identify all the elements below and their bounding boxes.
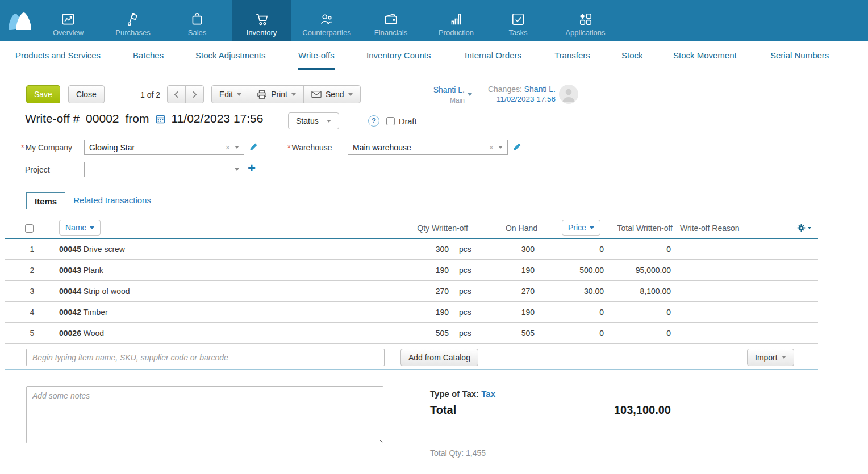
subnav-stock-movement[interactable]: Stock Movement — [673, 41, 737, 70]
row-price: 0 — [599, 302, 604, 322]
tax-type-link[interactable]: Tax — [481, 389, 495, 399]
chevron-down-icon[interactable] — [235, 168, 239, 171]
nav-sales[interactable]: Sales — [180, 0, 214, 41]
draft-checkbox[interactable] — [386, 117, 395, 125]
nav-purchases[interactable]: Purchases — [107, 0, 158, 41]
status-dropdown[interactable]: Status — [288, 112, 339, 129]
subnav-stock-adjustments[interactable]: Stock Adjustments — [195, 41, 265, 70]
table-row[interactable]: 4 00042 Timber 190 pcs 190 0 0 — [5, 302, 818, 323]
select-all-checkbox[interactable] — [25, 224, 34, 233]
name-column-sort[interactable]: Name — [59, 220, 101, 236]
nav-label: Purchases — [115, 28, 150, 37]
send-button[interactable]: Send — [303, 85, 361, 103]
next-button[interactable] — [185, 85, 204, 103]
envelope-icon — [311, 90, 322, 98]
items-table-header: Name Qty Written-off On Hand Price Total… — [5, 218, 818, 239]
nav-inventory[interactable]: Inventory — [232, 0, 291, 41]
app-logo[interactable] — [7, 9, 33, 35]
row-on-hand: 190 — [521, 302, 535, 322]
notes-textarea[interactable] — [26, 386, 383, 443]
subnav-stock[interactable]: Stock — [621, 41, 643, 70]
changes-label: Changes: — [488, 85, 522, 94]
cart-icon — [254, 12, 269, 27]
chevron-down-icon[interactable] — [468, 93, 472, 96]
nav-tasks[interactable]: Tasks — [501, 0, 535, 41]
table-row[interactable]: 5 00026 Wood 505 pcs 505 0 0 — [5, 323, 818, 344]
total-header: Total Written-off — [617, 218, 673, 239]
document-datetime[interactable]: 11/02/2023 17:56 — [172, 112, 264, 125]
cloud-logo-icon — [7, 9, 33, 33]
table-row[interactable]: 2 00043 Plank 190 pcs 190 500.00 95,000.… — [5, 260, 818, 281]
subnav-serial-numbers[interactable]: Serial Numbers — [770, 41, 829, 70]
tab-items[interactable]: Items — [26, 192, 65, 209]
line-chart-icon — [61, 12, 76, 27]
row-number: 4 — [5, 302, 59, 322]
nav-production[interactable]: Production — [431, 0, 482, 41]
import-button[interactable]: Import — [747, 349, 794, 366]
clear-icon[interactable]: × — [226, 143, 230, 152]
table-row[interactable]: 3 00044 Strip of wood 270 pcs 270 30.00 … — [5, 281, 818, 302]
total-label: Total — [430, 404, 456, 417]
subnav-internal-orders[interactable]: Internal Orders — [465, 41, 521, 70]
row-product-name: Wood — [84, 329, 104, 338]
my-company-select[interactable]: Glowing Star × — [84, 140, 244, 155]
row-total: 0 — [666, 323, 671, 343]
tab-related-transactions[interactable]: Related transactions — [65, 192, 159, 209]
warehouse-select[interactable]: Main warehouse × — [348, 140, 508, 155]
nav-label: Production — [439, 28, 474, 37]
send-label: Send — [326, 90, 344, 99]
nav-label: Counterparties — [302, 28, 350, 37]
avatar[interactable] — [559, 85, 578, 106]
chevron-down-icon[interactable] — [498, 146, 503, 149]
add-item-input[interactable] — [26, 349, 385, 366]
nav-counterparties[interactable]: Counterparties — [293, 0, 361, 41]
row-on-hand: 190 — [521, 260, 535, 280]
table-row[interactable]: 1 00045 Drive screw 300 pcs 300 0 0 — [5, 239, 818, 260]
changes-user[interactable]: Shanti L. — [524, 85, 556, 94]
row-price: 0 — [599, 239, 604, 259]
close-button[interactable]: Close — [68, 85, 105, 103]
row-unit: pcs — [459, 281, 471, 301]
title-text: Write-off # — [25, 112, 80, 125]
subnav-products-and-services[interactable]: Products and Services — [15, 41, 101, 70]
subnav-inventory-counts[interactable]: Inventory Counts — [366, 41, 431, 70]
nav-overview[interactable]: Overview — [45, 0, 91, 41]
row-sku: 00044 — [59, 287, 81, 296]
detail-tabs: Items Related transactions — [26, 192, 159, 209]
subnav-transfers[interactable]: Transfers — [554, 41, 590, 70]
subnav-batches[interactable]: Batches — [133, 41, 164, 70]
nav-label: Overview — [53, 28, 84, 37]
add-project-icon[interactable]: + — [248, 160, 256, 176]
chevron-down-icon — [291, 93, 296, 96]
price-column-sort[interactable]: Price — [562, 220, 600, 236]
row-number: 2 — [5, 260, 59, 280]
changes-datetime[interactable]: 11/02/2023 17:56 — [496, 95, 556, 103]
status-label: Status — [296, 116, 319, 125]
pager-text: 1 of 2 — [140, 90, 160, 99]
document-actions: Edit Print Send — [211, 85, 361, 103]
required-asterisk: * — [287, 143, 290, 152]
help-icon[interactable]: ? — [368, 115, 379, 127]
project-select[interactable] — [84, 162, 244, 177]
row-on-hand: 505 — [521, 323, 535, 343]
edit-pencil-icon[interactable] — [513, 142, 521, 151]
column-settings-button[interactable] — [797, 224, 811, 232]
subnav-write-offs[interactable]: Write-offs — [298, 41, 335, 70]
current-user-menu[interactable]: Shanti L. Main — [420, 85, 465, 106]
edit-button[interactable]: Edit — [211, 85, 249, 103]
save-button[interactable]: Save — [26, 85, 60, 103]
prev-button[interactable] — [167, 85, 186, 103]
nav-financials[interactable]: Financials — [365, 0, 416, 41]
nav-applications[interactable]: Applications — [558, 0, 613, 41]
add-from-catalog-button[interactable]: Add from Catalog — [400, 349, 478, 366]
calendar-icon[interactable] — [156, 114, 165, 124]
chevron-down-icon[interactable] — [235, 146, 239, 149]
reason-header: Write-off Reason — [680, 218, 740, 239]
on-hand-header: On Hand — [506, 218, 537, 239]
draft-label: Draft — [399, 117, 416, 126]
clear-icon[interactable]: × — [489, 143, 494, 152]
print-button[interactable]: Print — [249, 85, 304, 103]
row-product: 00042 Timber — [59, 302, 108, 322]
edit-pencil-icon[interactable] — [249, 142, 258, 151]
row-unit: pcs — [459, 302, 471, 322]
